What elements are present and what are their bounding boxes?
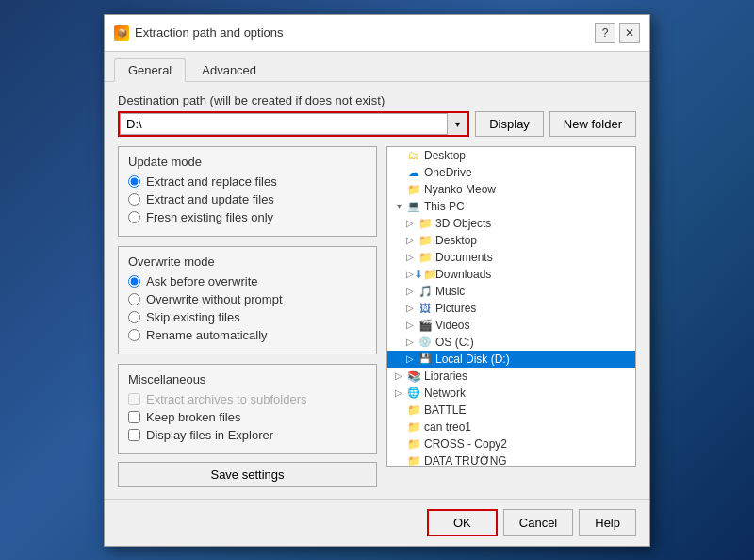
check-keep-broken-input[interactable] — [128, 411, 140, 423]
expander: ▷ — [402, 235, 418, 245]
tree-item-battle[interactable]: 📁 BATTLE — [387, 402, 635, 419]
tree-label: Desktop — [424, 149, 466, 162]
tree-item-libraries[interactable]: ▷ 📚 Libraries — [387, 368, 635, 385]
check-extract-subfolders: Extract archives to subfolders — [128, 392, 367, 406]
radio-rename-auto-input[interactable] — [128, 329, 140, 341]
dest-input-wrap: ▾ — [118, 111, 469, 137]
dest-label: Destination path (will be created if doe… — [118, 93, 636, 107]
expander: ▾ — [391, 201, 406, 211]
expander: ▷ — [402, 354, 418, 364]
tree-item-documents[interactable]: ▷ 📁 Documents — [387, 249, 635, 266]
dest-input[interactable] — [120, 113, 467, 135]
tree-label: This PC — [424, 200, 465, 213]
radio-fresh-existing-input[interactable] — [128, 211, 140, 223]
tree-item-localdiskd[interactable]: ▷ 💾 Local Disk (D:) — [387, 351, 635, 368]
radio-rename-auto-label[interactable]: Rename automatically — [146, 328, 268, 342]
tree-label: Desktop — [435, 234, 477, 247]
tree-item-desktop2[interactable]: ▷ 📁 Desktop — [387, 232, 635, 249]
tab-bar: General Advanced — [105, 52, 649, 82]
tree-item-onedrive[interactable]: ☁ OneDrive — [387, 164, 635, 181]
expander: ▷ — [391, 387, 406, 398]
radio-overwrite-noprompt: Overwrite without prompt — [128, 292, 367, 306]
tree-item-music[interactable]: ▷ 🎵 Music — [387, 283, 635, 300]
check-extract-subfolders-label[interactable]: Extract archives to subfolders — [146, 392, 307, 406]
drive-d-icon: 💾 — [418, 353, 433, 366]
libraries-icon: 📚 — [406, 370, 421, 383]
tree-label: Downloads — [435, 268, 491, 281]
help-title-btn[interactable]: ? — [595, 23, 615, 43]
radio-ask-overwrite: Ask before overwrite — [128, 274, 367, 288]
title-buttons: ? ✕ — [595, 23, 640, 43]
overwrite-mode-title: Overwrite mode — [128, 255, 367, 269]
check-display-explorer-input[interactable] — [128, 429, 140, 441]
tab-general[interactable]: General — [114, 58, 186, 82]
title-bar-left: 📦 Extraction path and options — [114, 25, 284, 41]
save-settings-button[interactable]: Save settings — [118, 462, 377, 487]
check-display-explorer-label[interactable]: Display files in Explorer — [146, 428, 273, 442]
new-folder-button[interactable]: New folder — [549, 111, 636, 137]
misc-group: Miscellaneous Extract archives to subfol… — [118, 364, 377, 454]
drive-icon: 💿 — [418, 336, 433, 349]
dest-dropdown-btn[interactable]: ▾ — [447, 113, 467, 135]
radio-ask-overwrite-input[interactable] — [128, 275, 140, 288]
tree-panel[interactable]: 🗂 Desktop ☁ OneDrive 📁 Nyanko Meow — [386, 146, 636, 467]
folder-icon: 🗂 — [406, 149, 421, 162]
music-folder-icon: 🎵 — [418, 285, 433, 298]
radio-fresh-existing-label[interactable]: Fresh existing files only — [146, 210, 273, 224]
dest-row: ▾ Display New folder — [118, 111, 636, 137]
tree-item-cross-copy2[interactable]: 📁 CROSS - Copy2 — [387, 436, 635, 453]
radio-ask-overwrite-label[interactable]: Ask before overwrite — [146, 274, 258, 288]
check-keep-broken: Keep broken files — [128, 410, 367, 424]
tree-label: BATTLE — [424, 404, 466, 417]
radio-overwrite-noprompt-input[interactable] — [128, 293, 140, 305]
tree-content: 🗂 Desktop ☁ OneDrive 📁 Nyanko Meow — [387, 147, 635, 467]
tree-label: Nyanko Meow — [424, 183, 496, 196]
folder-icon: 📁 — [406, 437, 421, 451]
update-mode-group: Update mode Extract and replace files Ex… — [118, 146, 377, 237]
computer-icon: 💻 — [406, 200, 421, 213]
check-extract-subfolders-input[interactable] — [128, 393, 140, 405]
tree-item-cantreo1[interactable]: 📁 can treo1 — [387, 419, 635, 436]
close-title-btn[interactable]: ✕ — [619, 23, 640, 43]
radio-skip-existing-input[interactable] — [128, 311, 140, 323]
special-folder-icon: 📁 — [418, 251, 433, 264]
radio-extract-replace-label[interactable]: Extract and replace files — [146, 174, 277, 189]
tree-item-network[interactable]: ▷ 🌐 Network — [387, 385, 635, 402]
tree-item-datatruong[interactable]: 📁 DATA TRƯỜNG — [387, 453, 635, 467]
left-panel: Update mode Extract and replace files Ex… — [118, 146, 377, 487]
tree-label: DATA TRƯỜNG — [424, 454, 507, 467]
expander: ▷ — [402, 286, 418, 296]
display-button[interactable]: Display — [475, 111, 544, 137]
radio-extract-update-input[interactable] — [128, 193, 140, 206]
tab-advanced[interactable]: Advanced — [188, 58, 270, 82]
tree-item-osc[interactable]: ▷ 💿 OS (C:) — [387, 334, 635, 351]
tree-item-pictures[interactable]: ▷ 🖼 Pictures — [387, 300, 635, 317]
help-button[interactable]: Help — [579, 509, 636, 536]
tree-item-downloads[interactable]: ▷ ⬇📁 Downloads — [387, 266, 635, 283]
cloud-icon: ☁ — [406, 166, 421, 179]
radio-extract-replace: Extract and replace files — [128, 174, 367, 189]
radio-overwrite-noprompt-label[interactable]: Overwrite without prompt — [146, 292, 283, 306]
save-btn-wrap: Save settings — [118, 462, 377, 487]
radio-extract-replace-input[interactable] — [128, 175, 140, 188]
tree-item-videos[interactable]: ▷ 🎬 Videos — [387, 317, 635, 334]
tree-item-thispc[interactable]: ▾ 💻 This PC — [387, 198, 635, 215]
radio-extract-update-label[interactable]: Extract and update files — [146, 192, 274, 206]
title-bar: 📦 Extraction path and options ? ✕ — [105, 15, 649, 52]
user-folder-icon: 📁 — [406, 183, 421, 196]
check-keep-broken-label[interactable]: Keep broken files — [146, 410, 240, 424]
radio-extract-update: Extract and update files — [128, 192, 367, 206]
radio-skip-existing-label[interactable]: Skip existing files — [146, 310, 240, 324]
ok-button[interactable]: OK — [427, 509, 498, 536]
tree-item-3dobjects[interactable]: ▷ 📁 3D Objects — [387, 215, 635, 232]
tree-item-nyanko[interactable]: 📁 Nyanko Meow — [387, 181, 635, 198]
expander: ▷ — [391, 371, 406, 381]
expander: ▷ — [402, 320, 418, 330]
misc-title: Miscellaneous — [128, 372, 367, 387]
download-folder-icon: ⬇📁 — [418, 268, 433, 281]
app-icon: 📦 — [114, 25, 129, 41]
cancel-button[interactable]: Cancel — [503, 509, 573, 536]
extraction-dialog: 📦 Extraction path and options ? ✕ Genera… — [104, 14, 650, 547]
tree-item-desktop[interactable]: 🗂 Desktop — [387, 147, 635, 164]
tree-label: Music — [435, 285, 465, 298]
